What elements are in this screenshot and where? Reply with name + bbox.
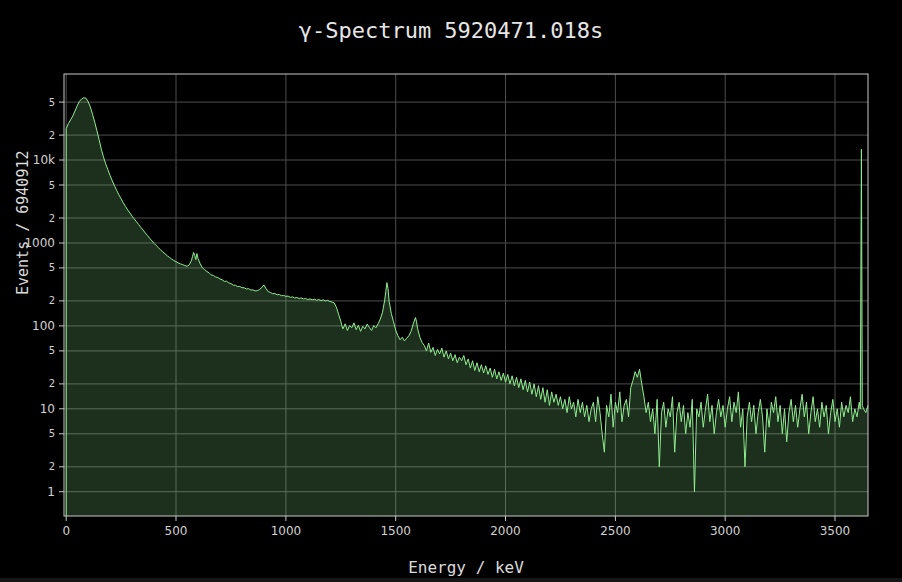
x-tick-label: 1500	[380, 524, 411, 538]
y-tick-label: 5	[49, 428, 55, 439]
x-tick-label: 1000	[271, 524, 302, 538]
y-tick-label: 5	[49, 345, 55, 356]
y-tick-label: 5	[49, 97, 55, 108]
y-tick-label: 1	[47, 485, 55, 499]
bottom-strip	[0, 578, 902, 582]
x-tick-label: 3000	[710, 524, 741, 538]
x-tick-label: 500	[165, 524, 188, 538]
x-tick-label: 3500	[820, 524, 851, 538]
y-tick-label: 2	[49, 213, 55, 224]
y-tick-label: 5	[49, 262, 55, 273]
spectrum-plot-area[interactable]: 12510251002510002510k2505001000150020002…	[0, 0, 902, 582]
y-tick-label: 2	[49, 130, 55, 141]
x-tick-label: 0	[62, 524, 70, 538]
y-tick-label: 2	[49, 378, 55, 389]
x-tick-label: 2500	[600, 524, 631, 538]
y-tick-label: 1000	[24, 236, 55, 250]
y-tick-label: 10k	[33, 153, 55, 167]
x-tick-label: 2000	[490, 524, 521, 538]
y-tick-label: 5	[49, 180, 55, 191]
y-tick-label: 100	[32, 319, 55, 333]
y-tick-label: 10	[40, 402, 55, 416]
app-window: γ-Spectrum 5920471.018s Events / 6940912…	[0, 0, 902, 582]
y-tick-label: 2	[49, 461, 55, 472]
x-axis-title: Energy / keV	[64, 558, 868, 577]
y-tick-label: 2	[49, 295, 55, 306]
